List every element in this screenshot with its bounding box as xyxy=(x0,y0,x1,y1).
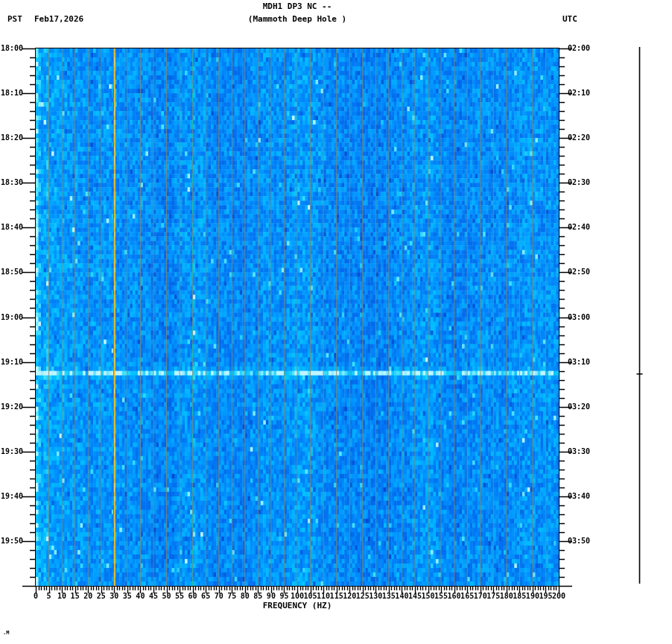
tick-label: 02:00 xyxy=(568,44,603,52)
tick-label: 03:50 xyxy=(568,537,603,545)
tick-label: 19:20 xyxy=(0,402,23,411)
tick-label: 02:50 xyxy=(568,268,603,276)
tick-label: 18:30 xyxy=(0,178,23,186)
tick-label: 19:50 xyxy=(0,537,23,545)
x-axis-title: FREQUENCY (HZ) xyxy=(36,601,559,610)
tick-label: 02:40 xyxy=(568,223,603,231)
tick-label: 19:40 xyxy=(0,492,23,500)
tick-label: 200 xyxy=(544,592,574,600)
tick-label: 02:20 xyxy=(568,133,603,142)
tick-label: 02:10 xyxy=(568,89,603,97)
tick-label: 18:20 xyxy=(0,133,23,142)
timezone-right-label: UTC xyxy=(562,15,577,24)
tick-label: 03:20 xyxy=(568,402,603,411)
tick-label: 18:40 xyxy=(0,223,23,231)
tick-label: 18:50 xyxy=(0,268,23,276)
corner-mark: .M xyxy=(3,630,9,636)
timezone-left-label: PST xyxy=(7,15,22,24)
tick-label: 18:10 xyxy=(0,89,23,97)
tick-label: 19:00 xyxy=(0,313,23,321)
tick-label: 03:30 xyxy=(568,447,603,455)
tick-label: 19:30 xyxy=(0,447,23,455)
tick-label: 02:30 xyxy=(568,178,603,186)
tick-label: 03:40 xyxy=(568,492,603,500)
tick-label: 19:10 xyxy=(0,358,23,366)
tick-label: 03:00 xyxy=(568,313,603,321)
tick-label: 03:10 xyxy=(568,358,603,366)
plot-title: MDH1 DP3 NC -- xyxy=(36,2,559,11)
plot-subtitle: (Mammoth Deep Hole ) xyxy=(36,15,559,24)
tick-label: 18:00 xyxy=(0,44,23,52)
